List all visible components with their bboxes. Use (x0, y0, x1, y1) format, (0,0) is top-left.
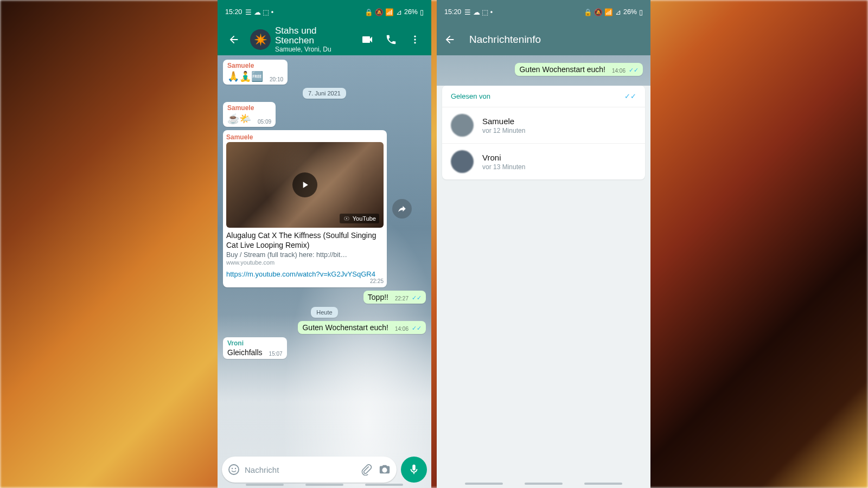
info-header: Nachrichteninfo (437, 24, 650, 55)
reader-name: Samuele (482, 117, 525, 126)
status-time: 15:20 (225, 8, 242, 16)
read-by-label: Gelesen von (451, 92, 490, 100)
message-in[interactable]: Samuele 🙏🧘‍♂️🆓 20:10 (223, 60, 288, 85)
avatar (451, 150, 474, 173)
gesture-hint (465, 483, 622, 485)
status-icons-right: 🔒 🔕 📶 ⊿ (365, 8, 402, 16)
battery-icon: ▯ (420, 8, 424, 16)
message-time: 20:10 (270, 76, 283, 82)
read-by-card: Gelesen von ✓✓ Samuele vor 12 Minuten Vr… (442, 86, 645, 179)
message-in[interactable]: Samuele ☕🌤️ 05:09 (223, 102, 276, 127)
chat-title: Stahs und Stenchen (275, 26, 355, 46)
sender-label: Samuele (227, 104, 271, 112)
gesture-hint (246, 484, 403, 486)
message-time: 22:25 (370, 278, 384, 284)
svg-point-0 (414, 36, 416, 37)
status-bar: 15:20 ☰ ☁ ⬚ • 🔒 🔕 📶 ⊿ 26% ▯ (218, 0, 431, 24)
message-out[interactable]: Guten Wochenstart euch! 14:06 ✓✓ (298, 321, 426, 334)
info-message-preview: Guten Wochenstart euch! 14:06 ✓✓ (437, 55, 650, 86)
message-out[interactable]: Guten Wochenstart euch! 14:06 ✓✓ (515, 63, 643, 76)
attach-icon[interactable] (360, 463, 373, 476)
message-link-card[interactable]: Samuele YouTube Alugalug Cat X The Kiffn… (223, 130, 387, 287)
video-call-icon[interactable] (361, 33, 374, 46)
emoji-icon[interactable] (227, 463, 240, 476)
back-icon[interactable] (443, 33, 456, 46)
sender-label: Vroni (227, 339, 283, 347)
video-thumbnail[interactable]: YouTube (226, 142, 384, 228)
message-body: ☕🌤️ (227, 113, 251, 125)
chat-body: Samuele 🙏🧘‍♂️🆓 20:10 7. Juni 2021 Samuel… (218, 55, 431, 488)
voice-call-icon[interactable] (385, 33, 398, 46)
message-body: Guten Wochenstart euch! (519, 65, 605, 74)
forward-icon[interactable] (392, 199, 412, 219)
message-input[interactable]: Nachricht (222, 457, 397, 483)
status-bar: 15:20 ☰ ☁ ⬚ • 🔒 🔕 📶 ⊿ 26% ▯ (437, 0, 650, 24)
avatar (451, 114, 474, 137)
info-body: Guten Wochenstart euch! 14:06 ✓✓ Gelesen… (437, 55, 650, 488)
mic-button[interactable] (401, 457, 427, 483)
menu-icon[interactable] (409, 33, 422, 46)
message-body: 🙏🧘‍♂️🆓 (227, 70, 263, 82)
message-time: 05:09 (258, 119, 271, 125)
message-out[interactable]: Topp!! 22:27 ✓✓ (363, 291, 426, 304)
sender-label: Samuele (227, 62, 283, 69)
message-body: Guten Wochenstart euch! (302, 323, 388, 332)
read-ticks-icon: ✓✓ (624, 92, 636, 100)
status-battery: 26% (623, 8, 637, 16)
svg-point-5 (235, 468, 236, 469)
svg-point-6 (383, 468, 386, 472)
message-time: 14:06 (612, 68, 626, 74)
date-chip: Heute (311, 307, 337, 318)
message-in[interactable]: Vroni Gleichfalls 15:07 (223, 337, 287, 359)
sender-label: Samuele (226, 133, 384, 141)
reader-row[interactable]: Samuele vor 12 Minuten (442, 107, 645, 144)
svg-point-3 (229, 465, 239, 474)
status-icons-left: ☰ ☁ ⬚ • (245, 8, 273, 16)
chat-header[interactable]: ✴️ Stahs und Stenchen Samuele, Vroni, Du (218, 24, 431, 55)
status-time: 15:20 (444, 8, 461, 16)
svg-point-1 (414, 38, 416, 40)
play-icon[interactable] (292, 172, 317, 197)
reader-name: Vroni (482, 153, 525, 162)
read-by-header: Gelesen von ✓✓ (442, 86, 645, 107)
status-icons-left: ☰ ☁ ⬚ • (464, 8, 493, 16)
input-placeholder: Nachricht (245, 465, 360, 474)
phone-group: 15:20 ☰ ☁ ⬚ • 🔒 🔕 📶 ⊿ 26% ▯ ✴️ Stahs und… (218, 0, 650, 488)
message-time: 14:06 (395, 326, 409, 332)
phone-message-info: 15:20 ☰ ☁ ⬚ • 🔒 🔕 📶 ⊿ 26% ▯ Nachrichteni… (437, 0, 650, 488)
svg-point-2 (414, 42, 416, 43)
reader-row[interactable]: Vroni vor 13 Minuten (442, 144, 645, 179)
message-time: 22:27 (395, 296, 409, 301)
phone-chat: 15:20 ☰ ☁ ⬚ • 🔒 🔕 📶 ⊿ 26% ▯ ✴️ Stahs und… (218, 0, 431, 488)
message-body: Topp!! (368, 293, 388, 301)
link-title: Alugalug Cat X The Kiffness (Soulful Sin… (226, 231, 384, 250)
date-chip: 7. Juni 2021 (303, 88, 346, 99)
chat-title-block[interactable]: Stahs und Stenchen Samuele, Vroni, Du (275, 26, 355, 54)
back-icon[interactable] (227, 33, 240, 46)
read-ticks-icon: ✓✓ (412, 325, 422, 332)
reader-time: vor 13 Minuten (482, 163, 525, 171)
camera-icon[interactable] (378, 463, 391, 476)
link-desc: Buy / Stream (full track) here: http://b… (226, 251, 384, 259)
info-title: Nachrichteninfo (469, 34, 541, 46)
link-host: www.youtube.com (226, 259, 384, 266)
status-icons-right: 🔒 🔕 📶 ⊿ (584, 8, 621, 16)
chat-subtitle: Samuele, Vroni, Du (275, 46, 355, 53)
reader-time: vor 12 Minuten (482, 127, 525, 134)
read-ticks-icon: ✓✓ (412, 294, 422, 301)
message-time: 15:07 (269, 351, 283, 357)
message-body: Gleichfalls (227, 348, 263, 357)
link-url[interactable]: https://m.youtube.com/watch?v=kG2JvYSqGR… (226, 270, 384, 278)
message-list[interactable]: Samuele 🙏🧘‍♂️🆓 20:10 7. Juni 2021 Samuel… (218, 55, 431, 488)
composer: Nachricht (222, 457, 427, 483)
youtube-badge: YouTube (340, 214, 379, 223)
group-avatar[interactable]: ✴️ (250, 29, 271, 50)
svg-point-4 (232, 468, 233, 469)
youtube-label: YouTube (353, 215, 376, 222)
status-battery: 26% (404, 8, 418, 16)
read-ticks-icon: ✓✓ (629, 67, 639, 74)
battery-icon: ▯ (639, 8, 643, 16)
